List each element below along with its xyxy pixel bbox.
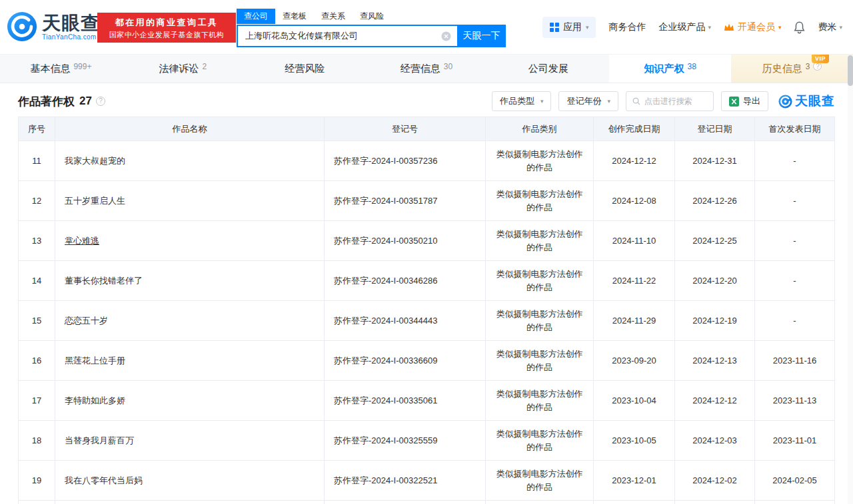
cell-no: 13 xyxy=(19,221,55,260)
cell-work-name[interactable]: 我家大叔超宠的 xyxy=(55,141,325,180)
cell-text: 2023-10-04 xyxy=(612,395,656,405)
cell-work-name[interactable]: 五十岁重启人生 xyxy=(55,181,325,220)
section-tools: 作品类型▾登记年份▾ 导出 xyxy=(492,91,835,111)
cell-text: 类似摄制电影方法创作的作品 xyxy=(495,308,584,334)
nav-tab-历史信息[interactable]: 历史信息3?VIP xyxy=(731,55,853,83)
search-tab-查关系[interactable]: 查关系 xyxy=(314,9,353,24)
cell-text: 苏作登字-2024-I-00335061 xyxy=(334,395,437,407)
column-header-登记日期: 登记日期 xyxy=(675,117,755,140)
export-button[interactable]: 导出 xyxy=(721,91,768,111)
nav-tab-经营信息[interactable]: 经营信息30 xyxy=(366,55,488,83)
search-tab-查风险[interactable]: 查风险 xyxy=(353,9,391,24)
vip-membership-link[interactable]: 开通会员 ▾ xyxy=(724,21,782,33)
cell-text: 黑莲花上位手册 xyxy=(65,355,125,367)
nav-tab-公司发展[interactable]: 公司发展 xyxy=(487,55,609,83)
cell-text: 类似摄制电影方法创作的作品 xyxy=(495,427,584,454)
cell-work-name[interactable]: 恋恋五十岁 xyxy=(55,301,325,340)
page-scrollbar[interactable] xyxy=(848,55,853,504)
cell-registration-no: 苏作登字-2024-I-00357236 xyxy=(325,141,486,180)
cell-registration-no: 苏作登字-2024-I-00350210 xyxy=(325,221,486,260)
table-row: 14董事长你找错老伴了苏作登字-2024-I-00346286类似摄制电影方法创… xyxy=(19,260,834,300)
filter-登记年份[interactable]: 登记年份▾ xyxy=(558,91,618,111)
cell-text: 11 xyxy=(32,156,41,166)
nav-tab-法律诉讼[interactable]: 法律诉讼2 xyxy=(122,55,244,83)
cell-created-date: 2024-12-08 xyxy=(594,181,675,220)
cell-text: 2024-12-19 xyxy=(692,316,737,326)
cell-text: 2024-02-05 xyxy=(772,475,817,485)
nav-tab-count: 3 xyxy=(806,62,810,71)
logo-domain: TianYanCha.com xyxy=(42,33,100,41)
copyright-table: 序号作品名称登记号作品类别创作完成日期登记日期首次发表日期 11我家大叔超宠的苏… xyxy=(18,117,835,504)
nav-tab-label: 历史信息 xyxy=(762,63,802,75)
apps-button[interactable]: 应用 ▾ xyxy=(542,17,596,38)
search-button[interactable]: 天眼一下 xyxy=(457,25,506,47)
notifications-bell-icon[interactable] xyxy=(794,21,805,34)
cell-work-name[interactable]: 我在八零年代当后妈 xyxy=(55,461,325,500)
column-header-序号: 序号 xyxy=(19,117,55,140)
top-header: 天眼查 TianYanCha.com 都在用的商业查询工具 国家中小企业发展子基… xyxy=(0,0,853,55)
cell-text: 董事长你找错老伴了 xyxy=(65,275,143,287)
cell-work-name[interactable]: 当替身我月薪百万 xyxy=(55,421,325,460)
cell-text: 2024-12-12 xyxy=(692,395,737,405)
nav-tab-label: 公司发展 xyxy=(528,63,568,75)
export-label: 导出 xyxy=(743,95,760,107)
cell-work-name[interactable]: 李特助如此多娇 xyxy=(55,381,325,420)
cell-text: 17 xyxy=(32,395,41,405)
cell-text: 我在八零年代当后妈 xyxy=(65,475,143,487)
cell-published-date: - xyxy=(755,301,834,340)
table-row-partial xyxy=(19,500,834,504)
cell-text: 2024-12-12 xyxy=(612,156,656,166)
promo-line2: 国家中小企业发展子基金旗下机构 xyxy=(97,29,236,41)
nav-tab-count: 30 xyxy=(444,62,452,71)
cell-published-date: 2024-02-05 xyxy=(755,461,834,500)
main-content: 作品著作权 27 ? 作品类型▾登记年份▾ 导出 xyxy=(0,83,853,504)
company-search-input[interactable] xyxy=(237,25,457,47)
cell-text: 苏作登字-2024-I-00351787 xyxy=(334,195,437,207)
user-menu[interactable]: 费米 ▾ xyxy=(818,21,842,33)
header-actions: 应用 ▾ 商务合作 企业级产品 ▾ 开通会员 ▾ 费米 ▾ xyxy=(542,0,842,55)
cell-text: 14 xyxy=(32,276,41,286)
cell-text: 2024-12-20 xyxy=(692,276,737,286)
search-tab-查公司[interactable]: 查公司 xyxy=(237,9,275,24)
filter-作品类型[interactable]: 作品类型▾ xyxy=(492,91,552,111)
cell-no: 17 xyxy=(19,381,55,420)
cell-text: 类似摄制电影方法创作的作品 xyxy=(495,148,584,174)
nav-tab-label: 经营信息 xyxy=(401,63,440,75)
enterprise-products-link[interactable]: 企业级产品 ▾ xyxy=(658,21,711,33)
table-search[interactable] xyxy=(626,91,714,111)
nav-tab-label: 基本信息 xyxy=(30,63,70,75)
cell-text: 16 xyxy=(32,356,41,366)
cell-published-date: - xyxy=(755,141,834,180)
cell-text: 19 xyxy=(32,475,41,485)
cell-work-name[interactable]: 掌心难逃 xyxy=(55,221,325,260)
cell-no: 18 xyxy=(19,421,55,460)
cell-text: 类似摄制电影方法创作的作品 xyxy=(495,467,584,494)
cell-text: 五十岁重启人生 xyxy=(65,195,125,207)
cell-text: 18 xyxy=(32,435,41,445)
tianyancha-watermark: 天眼查 xyxy=(778,93,835,110)
business-coop-label: 商务合作 xyxy=(608,21,646,33)
search-tab-查老板[interactable]: 查老板 xyxy=(275,9,314,24)
cell-registered-date: 2024-12-31 xyxy=(675,141,755,180)
cell-text: 类似摄制电影方法创作的作品 xyxy=(495,228,584,254)
cell-text: 苏作登字-2024-I-00357236 xyxy=(334,155,437,167)
business-coop-link[interactable]: 商务合作 xyxy=(608,21,646,33)
help-icon[interactable]: ? xyxy=(96,97,105,106)
table-search-input[interactable] xyxy=(644,97,707,106)
cell-registration-no: 苏作登字-2024-I-00351787 xyxy=(325,181,486,220)
vip-membership-label: 开通会员 xyxy=(738,21,775,33)
scrollbar-thumb[interactable] xyxy=(848,55,853,86)
nav-tab-基本信息[interactable]: 基本信息999+ xyxy=(0,55,122,83)
cell-text: 苏作登字-2024-I-00325559 xyxy=(334,435,437,447)
cell-work-name[interactable]: 董事长你找错老伴了 xyxy=(55,261,325,300)
cell-created-date: 2023-09-20 xyxy=(594,341,675,380)
nav-tab-知识产权[interactable]: 知识产权38 xyxy=(609,55,731,83)
cell-work-name[interactable]: 黑莲花上位手册 xyxy=(55,341,325,380)
nav-tab-经营风险[interactable]: 经营风险 xyxy=(244,55,366,83)
tianyancha-logo[interactable]: 天眼查 TianYanCha.com xyxy=(7,11,100,42)
cell-created-date: 2023-10-04 xyxy=(594,381,675,420)
table-row: 12五十岁重启人生苏作登字-2024-I-00351787类似摄制电影方法创作的… xyxy=(19,180,834,220)
cell-text: 苏作登字-2024-I-00350210 xyxy=(334,235,437,247)
clear-search-icon[interactable] xyxy=(441,31,451,41)
cell-created-date: 2024-12-12 xyxy=(594,141,675,180)
